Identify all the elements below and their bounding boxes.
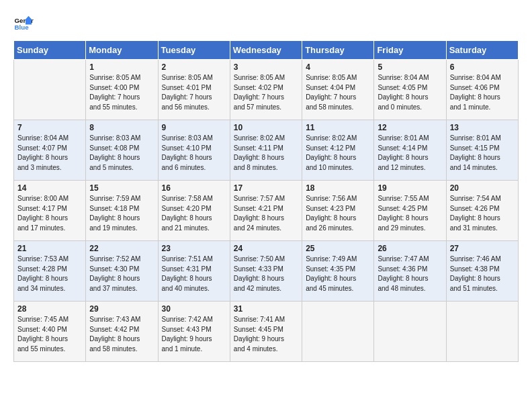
calendar-cell: 13Sunrise: 8:01 AM Sunset: 4:15 PM Dayli… xyxy=(446,120,518,181)
day-number: 29 xyxy=(89,304,154,314)
day-number: 5 xyxy=(378,62,442,72)
day-info: Sunrise: 7:58 AM Sunset: 4:20 PM Dayligh… xyxy=(162,194,226,233)
calendar-cell: 21Sunrise: 7:53 AM Sunset: 4:28 PM Dayli… xyxy=(14,241,86,302)
day-number: 20 xyxy=(450,183,515,193)
calendar-cell: 11Sunrise: 8:02 AM Sunset: 4:12 PM Dayli… xyxy=(302,120,374,181)
day-number: 31 xyxy=(234,304,298,314)
calendar-cell: 1Sunrise: 8:05 AM Sunset: 4:00 PM Daylig… xyxy=(86,60,158,120)
calendar-cell: 31Sunrise: 7:41 AM Sunset: 4:45 PM Dayli… xyxy=(230,302,302,362)
logo: General Blue xyxy=(13,13,34,34)
day-info: Sunrise: 7:56 AM Sunset: 4:23 PM Dayligh… xyxy=(306,194,370,233)
day-info: Sunrise: 8:00 AM Sunset: 4:17 PM Dayligh… xyxy=(17,194,82,233)
day-number: 28 xyxy=(17,304,82,314)
calendar-cell: 9Sunrise: 8:03 AM Sunset: 4:10 PM Daylig… xyxy=(158,120,230,181)
day-info: Sunrise: 8:05 AM Sunset: 4:00 PM Dayligh… xyxy=(89,73,154,112)
day-number: 4 xyxy=(306,62,370,72)
calendar-cell: 10Sunrise: 8:02 AM Sunset: 4:11 PM Dayli… xyxy=(230,120,302,181)
calendar-cell: 4Sunrise: 8:05 AM Sunset: 4:04 PM Daylig… xyxy=(302,60,374,120)
calendar-cell: 6Sunrise: 8:04 AM Sunset: 4:06 PM Daylig… xyxy=(446,60,518,120)
calendar-cell: 28Sunrise: 7:45 AM Sunset: 4:40 PM Dayli… xyxy=(14,302,86,362)
calendar-cell: 20Sunrise: 7:54 AM Sunset: 4:26 PM Dayli… xyxy=(446,181,518,241)
day-number: 12 xyxy=(378,123,442,132)
day-info: Sunrise: 8:05 AM Sunset: 4:01 PM Dayligh… xyxy=(162,73,226,112)
calendar-cell: 27Sunrise: 7:46 AM Sunset: 4:38 PM Dayli… xyxy=(446,241,518,302)
day-info: Sunrise: 8:02 AM Sunset: 4:12 PM Dayligh… xyxy=(306,134,370,173)
day-info: Sunrise: 8:03 AM Sunset: 4:08 PM Dayligh… xyxy=(89,134,154,173)
day-info: Sunrise: 8:01 AM Sunset: 4:15 PM Dayligh… xyxy=(450,134,515,173)
calendar-week-row: 21Sunrise: 7:53 AM Sunset: 4:28 PM Dayli… xyxy=(14,241,519,302)
day-number: 27 xyxy=(450,244,515,253)
day-number: 14 xyxy=(17,183,82,193)
calendar-cell: 24Sunrise: 7:50 AM Sunset: 4:33 PM Dayli… xyxy=(230,241,302,302)
day-info: Sunrise: 7:57 AM Sunset: 4:21 PM Dayligh… xyxy=(234,194,298,233)
calendar-cell: 25Sunrise: 7:49 AM Sunset: 4:35 PM Dayli… xyxy=(302,241,374,302)
day-info: Sunrise: 7:59 AM Sunset: 4:18 PM Dayligh… xyxy=(89,194,154,233)
calendar-cell xyxy=(374,302,446,362)
logo-icon: General Blue xyxy=(13,13,34,34)
calendar-cell xyxy=(302,302,374,362)
day-info: Sunrise: 7:42 AM Sunset: 4:43 PM Dayligh… xyxy=(162,315,226,354)
day-info: Sunrise: 7:52 AM Sunset: 4:30 PM Dayligh… xyxy=(89,255,154,293)
day-number: 3 xyxy=(234,62,298,72)
day-number: 21 xyxy=(17,244,82,253)
day-info: Sunrise: 8:05 AM Sunset: 4:04 PM Dayligh… xyxy=(306,73,370,112)
day-info: Sunrise: 7:43 AM Sunset: 4:42 PM Dayligh… xyxy=(89,315,154,354)
calendar-cell: 29Sunrise: 7:43 AM Sunset: 4:42 PM Dayli… xyxy=(86,302,158,362)
day-number: 30 xyxy=(162,304,226,314)
calendar-cell: 12Sunrise: 8:01 AM Sunset: 4:14 PM Dayli… xyxy=(374,120,446,181)
day-info: Sunrise: 8:01 AM Sunset: 4:14 PM Dayligh… xyxy=(378,134,442,173)
calendar-cell: 19Sunrise: 7:55 AM Sunset: 4:25 PM Dayli… xyxy=(374,181,446,241)
day-number: 19 xyxy=(378,183,442,193)
day-info: Sunrise: 8:05 AM Sunset: 4:02 PM Dayligh… xyxy=(234,73,298,112)
day-number: 13 xyxy=(450,123,515,132)
calendar-week-row: 28Sunrise: 7:45 AM Sunset: 4:40 PM Dayli… xyxy=(14,302,519,362)
day-info: Sunrise: 8:04 AM Sunset: 4:05 PM Dayligh… xyxy=(378,73,442,112)
day-number: 7 xyxy=(17,123,82,132)
calendar-cell: 26Sunrise: 7:47 AM Sunset: 4:36 PM Dayli… xyxy=(374,241,446,302)
day-number: 11 xyxy=(306,123,370,132)
day-number: 25 xyxy=(306,244,370,253)
day-number: 16 xyxy=(162,183,226,193)
column-header-saturday: Saturday xyxy=(446,41,518,60)
day-number: 8 xyxy=(89,123,154,132)
day-number: 24 xyxy=(234,244,298,253)
calendar-cell: 22Sunrise: 7:52 AM Sunset: 4:30 PM Dayli… xyxy=(86,241,158,302)
day-number: 6 xyxy=(450,62,515,72)
day-number: 26 xyxy=(378,244,442,253)
day-info: Sunrise: 8:02 AM Sunset: 4:11 PM Dayligh… xyxy=(234,134,298,173)
day-number: 17 xyxy=(234,183,298,193)
day-info: Sunrise: 8:04 AM Sunset: 4:06 PM Dayligh… xyxy=(450,73,515,112)
day-info: Sunrise: 8:04 AM Sunset: 4:07 PM Dayligh… xyxy=(17,134,82,173)
day-info: Sunrise: 7:41 AM Sunset: 4:45 PM Dayligh… xyxy=(234,315,298,354)
calendar-cell xyxy=(14,60,86,120)
calendar-cell: 23Sunrise: 7:51 AM Sunset: 4:31 PM Dayli… xyxy=(158,241,230,302)
calendar-cell: 3Sunrise: 8:05 AM Sunset: 4:02 PM Daylig… xyxy=(230,60,302,120)
day-info: Sunrise: 7:51 AM Sunset: 4:31 PM Dayligh… xyxy=(162,255,226,293)
day-number: 1 xyxy=(89,62,154,72)
calendar-cell: 8Sunrise: 8:03 AM Sunset: 4:08 PM Daylig… xyxy=(86,120,158,181)
calendar-week-row: 7Sunrise: 8:04 AM Sunset: 4:07 PM Daylig… xyxy=(14,120,519,181)
column-header-sunday: Sunday xyxy=(14,41,86,60)
day-info: Sunrise: 7:49 AM Sunset: 4:35 PM Dayligh… xyxy=(306,255,370,293)
day-info: Sunrise: 7:55 AM Sunset: 4:25 PM Dayligh… xyxy=(378,194,442,233)
day-number: 15 xyxy=(89,183,154,193)
calendar-cell: 17Sunrise: 7:57 AM Sunset: 4:21 PM Dayli… xyxy=(230,181,302,241)
page-header: General Blue xyxy=(13,13,519,34)
column-header-wednesday: Wednesday xyxy=(230,41,302,60)
column-header-tuesday: Tuesday xyxy=(158,41,230,60)
day-number: 10 xyxy=(234,123,298,132)
calendar-cell: 7Sunrise: 8:04 AM Sunset: 4:07 PM Daylig… xyxy=(14,120,86,181)
column-header-thursday: Thursday xyxy=(302,41,374,60)
svg-text:Blue: Blue xyxy=(15,24,30,31)
day-number: 23 xyxy=(162,244,226,253)
day-number: 18 xyxy=(306,183,370,193)
calendar-cell: 15Sunrise: 7:59 AM Sunset: 4:18 PM Dayli… xyxy=(86,181,158,241)
day-number: 9 xyxy=(162,123,226,132)
day-info: Sunrise: 7:46 AM Sunset: 4:38 PM Dayligh… xyxy=(450,255,515,293)
calendar-week-row: 14Sunrise: 8:00 AM Sunset: 4:17 PM Dayli… xyxy=(14,181,519,241)
calendar-cell xyxy=(446,302,518,362)
calendar-cell: 2Sunrise: 8:05 AM Sunset: 4:01 PM Daylig… xyxy=(158,60,230,120)
day-info: Sunrise: 7:47 AM Sunset: 4:36 PM Dayligh… xyxy=(378,255,442,293)
calendar-header-row: SundayMondayTuesdayWednesdayThursdayFrid… xyxy=(14,41,519,60)
calendar-cell: 5Sunrise: 8:04 AM Sunset: 4:05 PM Daylig… xyxy=(374,60,446,120)
